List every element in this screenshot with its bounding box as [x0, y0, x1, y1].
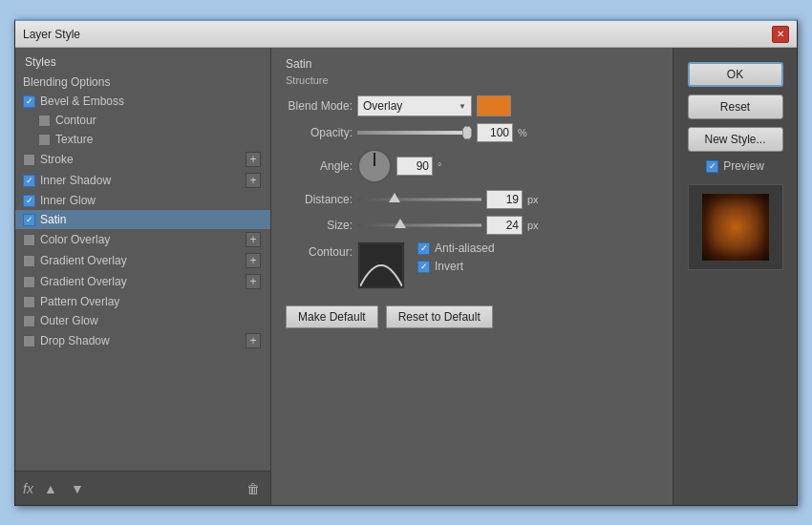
section-title: Satin	[286, 57, 658, 71]
anti-aliased-label[interactable]: Anti-aliased	[417, 242, 495, 255]
stroke-add-button[interactable]: +	[246, 152, 261, 167]
sidebar-item-drop-shadow[interactable]: Drop Shadow +	[15, 330, 270, 351]
inner-shadow-add-button[interactable]: +	[246, 173, 261, 188]
sidebar-item-gradient-overlay[interactable]: Gradient Overlay +	[15, 250, 270, 271]
sidebar-item-inner-shadow[interactable]: Inner Shadow +	[15, 170, 270, 191]
angle-input[interactable]	[396, 157, 433, 176]
title-bar: Layer Style ✕	[15, 21, 797, 48]
anti-aliased-checkbox[interactable]	[417, 242, 430, 255]
gradient-overlay-checkbox[interactable]	[23, 255, 35, 267]
opacity-slider[interactable]	[357, 127, 472, 138]
opacity-unit: %	[518, 127, 537, 138]
invert-checkbox[interactable]	[417, 261, 430, 273]
sidebar-item-label: Contour	[55, 114, 96, 127]
sidebar-item-left: Drop Shadow	[23, 334, 110, 347]
distance-input[interactable]	[486, 190, 523, 209]
sidebar-item-label: Pattern Overlay	[40, 295, 119, 308]
sidebar-item-left: Satin	[23, 213, 66, 226]
size-slider-container	[357, 219, 481, 232]
sidebar-item-label: Gradient Overlay	[40, 254, 127, 267]
fx-label: fx	[23, 481, 33, 496]
invert-label[interactable]: Invert	[417, 260, 495, 273]
bottom-buttons: Make Default Reset to Default	[286, 305, 658, 328]
sidebar-item-color-overlay[interactable]: Color Overlay +	[15, 229, 270, 250]
preview-image	[702, 194, 769, 261]
sidebar-item-blending[interactable]: Blending Options	[15, 73, 270, 92]
sidebar-item-outer-glow[interactable]: Outer Glow	[15, 311, 270, 330]
distance-thumb[interactable]	[389, 193, 400, 202]
sidebar-item-left: Inner Glow	[23, 194, 96, 207]
sidebar-item-label: Outer Glow	[40, 314, 98, 327]
preview-row: Preview	[706, 159, 764, 173]
inner-glow-checkbox[interactable]	[23, 195, 35, 207]
pattern-overlay-checkbox[interactable]	[23, 296, 35, 308]
preview-box	[688, 184, 783, 270]
new-style-button[interactable]: New Style...	[688, 127, 783, 152]
inner-shadow-checkbox[interactable]	[23, 175, 35, 187]
drop-shadow-add-button[interactable]: +	[246, 333, 261, 348]
angle-needle	[374, 153, 375, 166]
preview-checkbox[interactable]	[706, 160, 718, 173]
delete-button[interactable]: 🗑	[244, 479, 263, 498]
sidebar-item-texture[interactable]: Texture	[15, 130, 270, 149]
color-swatch[interactable]	[477, 95, 511, 116]
opacity-row: Opacity: %	[286, 123, 658, 142]
opacity-input[interactable]	[477, 123, 513, 142]
sidebar-item-left: Gradient Overlay	[23, 254, 127, 267]
gradient-overlay2-add-button[interactable]: +	[246, 274, 261, 289]
reset-default-button[interactable]: Reset to Default	[386, 305, 493, 328]
contour-checkbox[interactable]	[38, 115, 51, 127]
gradient-overlay2-checkbox[interactable]	[23, 276, 35, 288]
contour-options: Anti-aliased Invert	[417, 242, 495, 273]
sidebar-item-left: Gradient Overlay	[23, 275, 127, 288]
distance-slider-container	[357, 193, 481, 206]
gradient-overlay-add-button[interactable]: +	[246, 253, 261, 268]
drop-shadow-checkbox[interactable]	[23, 335, 35, 347]
sidebar-item-bevel[interactable]: Bevel & Emboss	[15, 92, 270, 111]
close-button[interactable]: ✕	[772, 26, 789, 43]
contour-label: Contour:	[286, 245, 353, 259]
sidebar-item-pattern-overlay[interactable]: Pattern Overlay	[15, 292, 270, 311]
sidebar-item-inner-glow[interactable]: Inner Glow	[15, 191, 270, 210]
contour-preview[interactable]	[357, 242, 405, 289]
bevel-checkbox[interactable]	[23, 95, 35, 108]
left-panel-footer: fx ▲ ▼ 🗑	[15, 471, 270, 505]
color-overlay-add-button[interactable]: +	[246, 232, 261, 247]
blend-mode-dropdown[interactable]: Overlay	[357, 95, 472, 116]
sidebar-item-satin[interactable]: Satin	[15, 210, 270, 229]
sidebar-item-gradient-overlay2[interactable]: Gradient Overlay +	[15, 271, 270, 292]
texture-checkbox[interactable]	[38, 134, 51, 146]
opacity-thumb[interactable]	[462, 126, 472, 139]
anti-aliased-text: Anti-aliased	[435, 242, 495, 255]
dialog-title: Layer Style	[23, 28, 80, 41]
angle-row: Angle: °	[286, 149, 658, 183]
sidebar-item-left: Blending Options	[23, 75, 110, 89]
opacity-track	[357, 131, 472, 135]
stroke-checkbox[interactable]	[23, 154, 35, 166]
outer-glow-checkbox[interactable]	[23, 315, 35, 327]
size-input[interactable]	[486, 216, 523, 235]
move-up-button[interactable]: ▲	[41, 479, 60, 498]
sidebar-item-label: Color Overlay	[40, 233, 110, 246]
invert-text: Invert	[435, 260, 463, 273]
sidebar-item-stroke[interactable]: Stroke +	[15, 149, 270, 170]
styles-list: Blending Options Bevel & Emboss Contour	[15, 73, 270, 471]
sidebar-item-left: Inner Shadow	[23, 174, 111, 187]
size-thumb[interactable]	[395, 219, 406, 228]
make-default-button[interactable]: Make Default	[286, 305, 378, 328]
sidebar-item-left: Pattern Overlay	[23, 295, 119, 308]
size-unit: px	[527, 220, 546, 231]
ok-button[interactable]: OK	[688, 62, 783, 87]
dialog-body: Styles Blending Options Bevel & Emboss	[15, 48, 797, 505]
color-overlay-checkbox[interactable]	[23, 234, 35, 246]
section-subtitle: Structure	[286, 74, 658, 86]
sidebar-item-contour[interactable]: Contour	[15, 111, 270, 130]
move-down-button[interactable]: ▼	[68, 479, 87, 498]
sidebar-item-left: Texture	[38, 133, 93, 146]
angle-widget[interactable]	[357, 149, 392, 183]
reset-button[interactable]: Reset	[688, 94, 783, 119]
satin-checkbox[interactable]	[23, 214, 35, 226]
size-label: Size:	[286, 219, 353, 232]
sidebar-item-left: Outer Glow	[23, 314, 98, 327]
blend-mode-label: Blend Mode:	[286, 99, 353, 113]
